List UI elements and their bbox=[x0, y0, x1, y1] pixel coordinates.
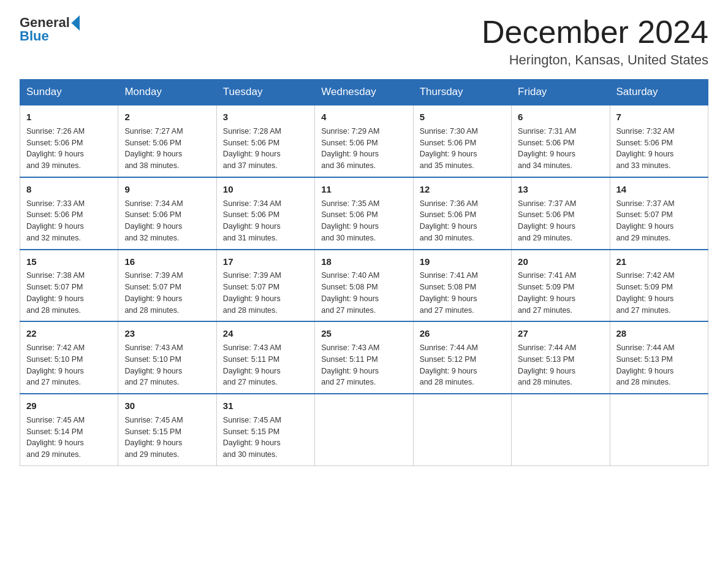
day-cell-11: 11Sunrise: 7:35 AMSunset: 5:06 PMDayligh… bbox=[315, 177, 413, 250]
day-cell-18: 18Sunrise: 7:40 AMSunset: 5:08 PMDayligh… bbox=[315, 250, 413, 322]
day-number-6: 6 bbox=[518, 110, 603, 124]
day-info-31: Sunrise: 7:45 AMSunset: 5:15 PMDaylight:… bbox=[223, 415, 308, 461]
day-cell-27: 27Sunrise: 7:44 AMSunset: 5:13 PMDayligh… bbox=[512, 321, 610, 394]
day-number-5: 5 bbox=[420, 110, 505, 124]
weekday-header-monday: Monday bbox=[118, 80, 216, 105]
weekday-header-thursday: Thursday bbox=[413, 80, 511, 105]
day-number-24: 24 bbox=[223, 327, 308, 340]
day-info-26: Sunrise: 7:44 AMSunset: 5:12 PMDaylight:… bbox=[420, 342, 505, 388]
week-row-4: 22Sunrise: 7:42 AMSunset: 5:10 PMDayligh… bbox=[20, 321, 708, 394]
day-info-27: Sunrise: 7:44 AMSunset: 5:13 PMDaylight:… bbox=[518, 342, 603, 388]
day-number-11: 11 bbox=[321, 183, 406, 196]
day-info-14: Sunrise: 7:37 AMSunset: 5:07 PMDaylight:… bbox=[616, 198, 702, 244]
day-cell-9: 9Sunrise: 7:34 AMSunset: 5:06 PMDaylight… bbox=[118, 177, 216, 250]
day-number-12: 12 bbox=[420, 183, 505, 196]
empty-cell bbox=[413, 394, 511, 465]
day-cell-5: 5Sunrise: 7:30 AMSunset: 5:06 PMDaylight… bbox=[413, 105, 511, 177]
day-info-8: Sunrise: 7:33 AMSunset: 5:06 PMDaylight:… bbox=[26, 198, 112, 244]
day-info-18: Sunrise: 7:40 AMSunset: 5:08 PMDaylight:… bbox=[321, 270, 406, 316]
day-number-30: 30 bbox=[124, 399, 210, 413]
day-number-17: 17 bbox=[223, 255, 308, 269]
day-cell-2: 2Sunrise: 7:27 AMSunset: 5:06 PMDaylight… bbox=[118, 105, 216, 177]
day-cell-14: 14Sunrise: 7:37 AMSunset: 5:07 PMDayligh… bbox=[610, 177, 708, 250]
calendar-title: December 2024 bbox=[482, 15, 708, 50]
day-cell-6: 6Sunrise: 7:31 AMSunset: 5:06 PMDaylight… bbox=[512, 105, 610, 177]
weekday-header-saturday: Saturday bbox=[610, 80, 708, 105]
day-info-7: Sunrise: 7:32 AMSunset: 5:06 PMDaylight:… bbox=[616, 126, 702, 172]
day-info-21: Sunrise: 7:42 AMSunset: 5:09 PMDaylight:… bbox=[616, 270, 702, 316]
day-info-23: Sunrise: 7:43 AMSunset: 5:10 PMDaylight:… bbox=[124, 342, 210, 388]
day-info-15: Sunrise: 7:38 AMSunset: 5:07 PMDaylight:… bbox=[26, 270, 112, 316]
day-cell-23: 23Sunrise: 7:43 AMSunset: 5:10 PMDayligh… bbox=[118, 321, 216, 394]
day-number-16: 16 bbox=[124, 255, 210, 269]
day-info-4: Sunrise: 7:29 AMSunset: 5:06 PMDaylight:… bbox=[321, 126, 406, 172]
week-row-5: 29Sunrise: 7:45 AMSunset: 5:14 PMDayligh… bbox=[20, 394, 708, 465]
day-number-8: 8 bbox=[26, 183, 112, 196]
day-info-5: Sunrise: 7:30 AMSunset: 5:06 PMDaylight:… bbox=[420, 126, 505, 172]
day-cell-25: 25Sunrise: 7:43 AMSunset: 5:11 PMDayligh… bbox=[315, 321, 413, 394]
day-number-19: 19 bbox=[420, 255, 505, 269]
day-cell-13: 13Sunrise: 7:37 AMSunset: 5:06 PMDayligh… bbox=[512, 177, 610, 250]
day-info-30: Sunrise: 7:45 AMSunset: 5:15 PMDaylight:… bbox=[124, 415, 210, 461]
weekday-header-sunday: Sunday bbox=[20, 80, 118, 105]
day-info-10: Sunrise: 7:34 AMSunset: 5:06 PMDaylight:… bbox=[223, 198, 308, 244]
day-cell-12: 12Sunrise: 7:36 AMSunset: 5:06 PMDayligh… bbox=[413, 177, 511, 250]
day-number-29: 29 bbox=[26, 399, 112, 413]
logo: General Blue bbox=[20, 15, 80, 44]
day-cell-20: 20Sunrise: 7:41 AMSunset: 5:09 PMDayligh… bbox=[512, 250, 610, 322]
day-cell-15: 15Sunrise: 7:38 AMSunset: 5:07 PMDayligh… bbox=[20, 250, 118, 322]
day-number-23: 23 bbox=[124, 327, 210, 340]
day-cell-19: 19Sunrise: 7:41 AMSunset: 5:08 PMDayligh… bbox=[413, 250, 511, 322]
weekday-header-tuesday: Tuesday bbox=[216, 80, 314, 105]
weekday-header-friday: Friday bbox=[512, 80, 610, 105]
day-number-20: 20 bbox=[518, 255, 603, 269]
weekday-header-row: SundayMondayTuesdayWednesdayThursdayFrid… bbox=[20, 80, 708, 105]
calendar-subtitle: Herington, Kansas, United States bbox=[482, 52, 708, 68]
day-cell-31: 31Sunrise: 7:45 AMSunset: 5:15 PMDayligh… bbox=[216, 394, 314, 465]
logo-text-blue: Blue bbox=[20, 28, 49, 44]
day-info-17: Sunrise: 7:39 AMSunset: 5:07 PMDaylight:… bbox=[223, 270, 308, 316]
day-number-7: 7 bbox=[616, 110, 702, 124]
day-number-28: 28 bbox=[616, 327, 702, 340]
day-cell-17: 17Sunrise: 7:39 AMSunset: 5:07 PMDayligh… bbox=[216, 250, 314, 322]
day-info-29: Sunrise: 7:45 AMSunset: 5:14 PMDaylight:… bbox=[26, 415, 112, 461]
day-cell-28: 28Sunrise: 7:44 AMSunset: 5:13 PMDayligh… bbox=[610, 321, 708, 394]
day-cell-8: 8Sunrise: 7:33 AMSunset: 5:06 PMDaylight… bbox=[20, 177, 118, 250]
day-info-2: Sunrise: 7:27 AMSunset: 5:06 PMDaylight:… bbox=[124, 126, 210, 172]
day-number-27: 27 bbox=[518, 327, 603, 340]
title-section: December 2024 Herington, Kansas, United … bbox=[482, 15, 708, 68]
day-number-21: 21 bbox=[616, 255, 702, 269]
day-number-14: 14 bbox=[616, 183, 702, 196]
logo-flag-icon bbox=[71, 15, 80, 31]
day-info-28: Sunrise: 7:44 AMSunset: 5:13 PMDaylight:… bbox=[616, 342, 702, 388]
empty-cell bbox=[315, 394, 413, 465]
day-number-3: 3 bbox=[223, 110, 308, 124]
day-cell-10: 10Sunrise: 7:34 AMSunset: 5:06 PMDayligh… bbox=[216, 177, 314, 250]
day-number-22: 22 bbox=[26, 327, 112, 340]
day-cell-7: 7Sunrise: 7:32 AMSunset: 5:06 PMDaylight… bbox=[610, 105, 708, 177]
day-number-18: 18 bbox=[321, 255, 406, 269]
calendar-table: SundayMondayTuesdayWednesdayThursdayFrid… bbox=[20, 79, 708, 466]
day-info-22: Sunrise: 7:42 AMSunset: 5:10 PMDaylight:… bbox=[26, 342, 112, 388]
day-cell-30: 30Sunrise: 7:45 AMSunset: 5:15 PMDayligh… bbox=[118, 394, 216, 465]
day-cell-4: 4Sunrise: 7:29 AMSunset: 5:06 PMDaylight… bbox=[315, 105, 413, 177]
weekday-header-wednesday: Wednesday bbox=[315, 80, 413, 105]
week-row-3: 15Sunrise: 7:38 AMSunset: 5:07 PMDayligh… bbox=[20, 250, 708, 322]
week-row-1: 1Sunrise: 7:26 AMSunset: 5:06 PMDaylight… bbox=[20, 105, 708, 177]
day-cell-26: 26Sunrise: 7:44 AMSunset: 5:12 PMDayligh… bbox=[413, 321, 511, 394]
day-info-11: Sunrise: 7:35 AMSunset: 5:06 PMDaylight:… bbox=[321, 198, 406, 244]
day-info-6: Sunrise: 7:31 AMSunset: 5:06 PMDaylight:… bbox=[518, 126, 603, 172]
day-info-19: Sunrise: 7:41 AMSunset: 5:08 PMDaylight:… bbox=[420, 270, 505, 316]
day-number-1: 1 bbox=[26, 110, 112, 124]
day-number-26: 26 bbox=[420, 327, 505, 340]
day-number-13: 13 bbox=[518, 183, 603, 196]
day-number-10: 10 bbox=[223, 183, 308, 196]
day-info-16: Sunrise: 7:39 AMSunset: 5:07 PMDaylight:… bbox=[124, 270, 210, 316]
day-cell-24: 24Sunrise: 7:43 AMSunset: 5:11 PMDayligh… bbox=[216, 321, 314, 394]
day-info-20: Sunrise: 7:41 AMSunset: 5:09 PMDaylight:… bbox=[518, 270, 603, 316]
day-info-25: Sunrise: 7:43 AMSunset: 5:11 PMDaylight:… bbox=[321, 342, 406, 388]
day-info-24: Sunrise: 7:43 AMSunset: 5:11 PMDaylight:… bbox=[223, 342, 308, 388]
day-number-31: 31 bbox=[223, 399, 308, 413]
day-cell-16: 16Sunrise: 7:39 AMSunset: 5:07 PMDayligh… bbox=[118, 250, 216, 322]
day-info-9: Sunrise: 7:34 AMSunset: 5:06 PMDaylight:… bbox=[124, 198, 210, 244]
